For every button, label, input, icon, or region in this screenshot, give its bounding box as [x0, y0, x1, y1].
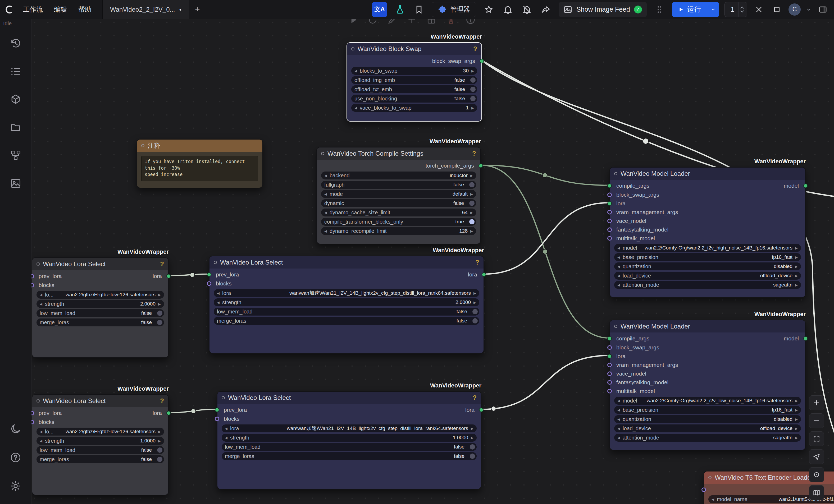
- bookmark-button[interactable]: [413, 3, 425, 16]
- sidebar-item-model-library[interactable]: [9, 93, 22, 106]
- widget-right-arrow-icon[interactable]: ▶: [795, 427, 798, 431]
- input-port[interactable]: [607, 337, 612, 341]
- output-port[interactable]: [167, 411, 171, 415]
- translate-button[interactable]: 文A: [372, 2, 387, 17]
- widget-right-arrow-icon[interactable]: ▶: [474, 300, 476, 304]
- toggle-knob[interactable]: [469, 201, 475, 206]
- widget-left-arrow-icon[interactable]: ◀: [40, 293, 42, 297]
- run-options-caret[interactable]: [707, 2, 719, 17]
- focus-target-button[interactable]: [809, 467, 824, 482]
- toggle-knob[interactable]: [469, 219, 475, 224]
- sidebar-item-history[interactable]: [9, 37, 22, 50]
- widget-right-arrow-icon[interactable]: ▶: [474, 291, 476, 295]
- widget-right-arrow-icon[interactable]: ▶: [795, 246, 798, 250]
- toggle-knob[interactable]: [473, 309, 478, 314]
- fit-view-button[interactable]: [809, 431, 824, 446]
- toggle-knob[interactable]: [469, 182, 475, 187]
- widget-lora[interactable]: ◀lorawan\wan加速\Wan21_I2V_14B_lightx2v_cf…: [214, 289, 479, 297]
- node-header[interactable]: WanVideo Lora Select?: [217, 392, 481, 404]
- widget-left-arrow-icon[interactable]: ◀: [617, 417, 620, 421]
- input-port[interactable]: [215, 416, 219, 421]
- input-port[interactable]: [607, 363, 612, 367]
- widget-right-arrow-icon[interactable]: ▶: [795, 417, 798, 421]
- widget-right-arrow-icon[interactable]: ▶: [471, 106, 474, 110]
- wanvideo-model-loader-high-noise[interactable]: WanVideo Model Loadercompile_argsmodelbl…: [610, 167, 806, 298]
- widget-dynamo-cache-size-limit[interactable]: ◀dynamo_cache_size_limit64▶: [321, 208, 476, 216]
- widget-offload-img-emb[interactable]: offload_img_embfalse: [351, 76, 477, 84]
- widget-low-mem-load[interactable]: low_mem_loadfalse: [222, 443, 477, 451]
- widget-left-arrow-icon[interactable]: ◀: [711, 497, 714, 501]
- queue-count-stepper[interactable]: 1: [724, 2, 747, 17]
- output-port[interactable]: [167, 274, 171, 279]
- input-port[interactable]: [607, 389, 612, 393]
- widget-merge-loras[interactable]: merge_lorasfalse: [214, 317, 479, 325]
- widget-left-arrow-icon[interactable]: ◀: [324, 229, 327, 233]
- toggle-knob[interactable]: [470, 454, 475, 459]
- output-port[interactable]: [482, 273, 486, 277]
- widget-right-arrow-icon[interactable]: ▶: [795, 399, 798, 403]
- widget-left-arrow-icon[interactable]: ◀: [617, 265, 620, 269]
- sidebar-item-queue[interactable]: [9, 65, 22, 78]
- widget-blocks-to-swap[interactable]: ◀blocks_to_swap30▶: [351, 67, 477, 75]
- wanvideo-model-loader-low-noise[interactable]: WanVideo Model Loadercompile_argsmodelbl…: [610, 320, 806, 450]
- widget-lo[interactable]: ◀lo...wan2.2\gfbz\H-gfbz-low-126.safeten…: [37, 428, 164, 436]
- notifications-button[interactable]: [502, 3, 514, 16]
- node-header[interactable]: WanVideo Torch Compile Settings?: [317, 147, 480, 160]
- image-feed-toggle[interactable]: Show Image Feed ✓: [558, 2, 647, 17]
- widget-dynamo-recompile-limit[interactable]: ◀dynamo_recompile_limit128▶: [321, 227, 476, 235]
- widget-right-arrow-icon[interactable]: ▶: [471, 436, 474, 440]
- wanvideo-lora-select-center-top[interactable]: WanVideo Lora Select?prev_loralorablocks…: [209, 256, 484, 353]
- share-button[interactable]: [540, 3, 552, 16]
- widget-quantization[interactable]: ◀quantizationdisabled▶: [614, 415, 801, 423]
- collapse-dot-icon[interactable]: [321, 152, 324, 155]
- widget-mode[interactable]: ◀modedefault▶: [321, 190, 476, 198]
- widget-left-arrow-icon[interactable]: ◀: [225, 436, 227, 440]
- select-mode-button[interactable]: [809, 449, 824, 464]
- manager-button[interactable]: 管理器: [432, 2, 476, 17]
- flask-button[interactable]: [394, 3, 406, 16]
- toggle-knob[interactable]: [470, 444, 475, 450]
- widget-model[interactable]: ◀modelwan2.2\Comfy-Org\wan2.2_i2v_high_n…: [614, 244, 801, 252]
- toggle-knob[interactable]: [157, 311, 162, 316]
- input-port[interactable]: [207, 273, 211, 277]
- widget-strength[interactable]: ◀strength1.0000▶: [222, 434, 477, 442]
- output-port[interactable]: [480, 59, 484, 64]
- input-port[interactable]: [701, 487, 706, 492]
- widget-right-arrow-icon[interactable]: ▶: [795, 274, 798, 278]
- workflow-tab[interactable]: WanVideo2_2_I2V_0... ●: [102, 0, 189, 19]
- toggle-knob[interactable]: [473, 318, 478, 323]
- input-port[interactable]: [607, 371, 612, 376]
- widget-low-mem-load[interactable]: low_mem_loadfalse: [37, 309, 164, 317]
- widget-strength[interactable]: ◀strength2.0000▶: [214, 298, 479, 306]
- widget-merge-loras[interactable]: merge_lorasfalse: [37, 455, 164, 463]
- node-help-icon[interactable]: ?: [472, 150, 476, 157]
- node-header[interactable]: WanVideo Model Loader: [610, 167, 805, 180]
- widget-attention-mode[interactable]: ◀attention_modesageattn▶: [614, 434, 801, 442]
- node-header[interactable]: WanVideo Lora Select?: [32, 258, 168, 270]
- node-help-icon[interactable]: ?: [475, 259, 479, 266]
- input-port[interactable]: [607, 345, 612, 350]
- widget-left-arrow-icon[interactable]: ◀: [617, 255, 620, 259]
- widget-attention-mode[interactable]: ◀attention_modesageattn▶: [614, 281, 801, 289]
- new-workflow-tab-button[interactable]: +: [189, 4, 206, 14]
- wanvideo-lora-select-top-left[interactable]: WanVideo Lora Select?prev_loralorablocks…: [32, 257, 169, 358]
- widget-vace-blocks-to-swap[interactable]: ◀vace_blocks_to_swap1▶: [351, 104, 477, 112]
- theme-toggle-button[interactable]: [9, 422, 22, 435]
- widget-merge-loras[interactable]: merge_lorasfalse: [37, 319, 164, 326]
- menu-help[interactable]: 帮助: [73, 5, 97, 14]
- collapse-dot-icon[interactable]: [37, 399, 40, 403]
- output-port[interactable]: [803, 184, 808, 188]
- input-port[interactable]: [607, 184, 612, 188]
- toggle-knob[interactable]: [157, 448, 162, 453]
- sidebar-item-node-library[interactable]: [9, 149, 22, 162]
- collapse-dot-icon[interactable]: [708, 476, 711, 479]
- widget-fullgraph[interactable]: fullgraphfalse: [321, 181, 476, 189]
- widget-left-arrow-icon[interactable]: ◀: [354, 106, 357, 110]
- wanvideo-lora-select-bottom-left[interactable]: WanVideo Lora Select?prev_loralorablocks…: [32, 394, 169, 495]
- menu-edit[interactable]: 编辑: [48, 5, 73, 14]
- widget-left-arrow-icon[interactable]: ◀: [354, 69, 357, 73]
- toggle-knob[interactable]: [470, 87, 476, 92]
- help-button[interactable]: [9, 451, 22, 464]
- stop-button[interactable]: [770, 3, 783, 16]
- widget-right-arrow-icon[interactable]: ▶: [158, 439, 161, 443]
